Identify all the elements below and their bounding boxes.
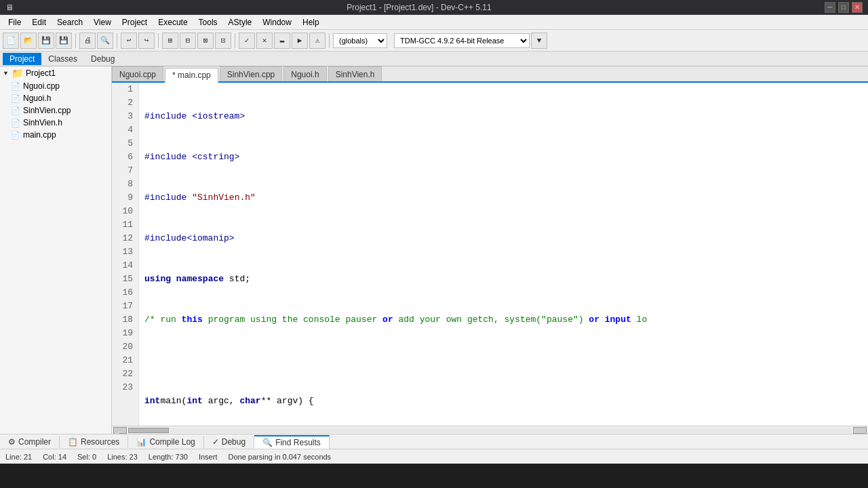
- search-btn[interactable]: 🔍: [97, 33, 113, 49]
- sidebar-file-label-3: SinhVien.cpp: [23, 106, 71, 115]
- sidebar-project-label: Project1: [26, 68, 56, 78]
- debug-button[interactable]: ⚠: [309, 33, 326, 49]
- save-all-button[interactable]: 💾: [56, 33, 72, 49]
- tab-sinhvien-cpp[interactable]: SinhVien.cpp: [220, 66, 283, 81]
- compile-log-label: Compile Log: [149, 437, 195, 447]
- bottom-tab-find-results[interactable]: 🔍 Find Results: [254, 435, 330, 449]
- line-num-17: 17: [115, 300, 133, 313]
- menu-view[interactable]: View: [88, 16, 117, 28]
- menu-tools[interactable]: Tools: [193, 16, 223, 28]
- status-bar: Line: 21 Col: 14 Sel: 0 Lines: 23 Length…: [0, 449, 868, 464]
- title-bar: 🖥 Project1 - [Project1.dev] - Dev-C++ 5.…: [0, 0, 868, 15]
- pp-3: #include "SinhVien.h": [144, 191, 256, 205]
- menu-astyle[interactable]: AStyle: [223, 16, 258, 28]
- compile-check[interactable]: ✓: [239, 33, 255, 49]
- sidebar-item-sinhvien-h[interactable]: 📄 SinhVien.h: [0, 117, 111, 129]
- code-line-4: #include<iomanip>: [144, 232, 863, 245]
- run-button[interactable]: ▶: [292, 33, 308, 49]
- tab-main-cpp[interactable]: * main.cpp: [165, 68, 218, 83]
- line-num-5: 5: [115, 137, 133, 150]
- line-num-20: 20: [115, 340, 133, 354]
- line-num-4: 4: [115, 123, 133, 137]
- line-num-3: 3: [115, 110, 133, 123]
- code-editor[interactable]: 1 2 3 4 5 6 7 8 9 10 11 12 13 14: [112, 83, 868, 426]
- tabs-container: Project Classes Debug: [0, 52, 868, 66]
- kw-namespace: namespace: [176, 272, 224, 286]
- new-button[interactable]: 📄: [3, 33, 19, 49]
- file-icon-5: 📄: [11, 131, 20, 140]
- toolbar-separator-1: [75, 33, 76, 48]
- compile-x[interactable]: ✕: [256, 33, 273, 49]
- resources-label: Resources: [81, 437, 119, 447]
- code-content[interactable]: #include <iostream> #include <cstring> #…: [139, 83, 868, 426]
- toolbar-separator-4: [235, 33, 235, 48]
- sidebar-item-sinhvien-cpp[interactable]: 📄 SinhVien.cpp: [0, 104, 111, 117]
- sidebar-item-nguoi-h[interactable]: 📄 Nguoi.h: [0, 92, 111, 104]
- sidebar-item-nguoi-cpp[interactable]: 📄 Nguoi.cpp: [0, 80, 111, 92]
- find-results-icon: 🔍: [262, 438, 273, 447]
- scope-dropdown[interactable]: (globals): [333, 33, 387, 48]
- scroll-left-btn[interactable]: ◀: [113, 427, 127, 434]
- save-button[interactable]: 💾: [38, 33, 54, 49]
- code-line-2: #include <cstring>: [144, 150, 863, 164]
- app-icon: 🖥: [5, 3, 14, 12]
- status-length: Length: 730: [149, 453, 188, 461]
- toolbar-separator-5: [329, 33, 330, 48]
- compiler-dropdown[interactable]: TDM-GCC 4.9.2 64-bit Release: [394, 33, 530, 48]
- status-sel: Sel: 0: [77, 453, 96, 461]
- tab-nguoi-h[interactable]: Nguoi.h: [283, 66, 326, 81]
- close-button[interactable]: ✕: [852, 2, 863, 13]
- kw-char1: char: [239, 394, 260, 408]
- scroll-track[interactable]: [128, 428, 852, 433]
- line-num-21: 21: [115, 354, 133, 367]
- indent2-button[interactable]: ⊠: [197, 33, 214, 49]
- scroll-thumb[interactable]: [128, 428, 169, 433]
- bottom-tab-resources[interactable]: 📋 Resources: [60, 436, 128, 448]
- minimize-button[interactable]: ─: [825, 2, 835, 13]
- menu-project[interactable]: Project: [117, 16, 153, 28]
- menu-search[interactable]: Search: [52, 16, 88, 28]
- status-line: Line: 21: [5, 453, 32, 461]
- print-button[interactable]: 🖨: [79, 33, 96, 49]
- compile-bar[interactable]: ▬: [274, 33, 290, 49]
- line-num-18: 18: [115, 313, 133, 327]
- bottom-tab-compiler[interactable]: ⚙ Compiler: [0, 436, 60, 448]
- outdent-button[interactable]: ⊟: [180, 33, 196, 49]
- redo-button[interactable]: ↪: [138, 33, 155, 49]
- horizontal-scrollbar[interactable]: ◀ ▶: [112, 426, 868, 434]
- menu-help[interactable]: Help: [297, 16, 325, 28]
- project-tab-classes[interactable]: Classes: [41, 53, 84, 65]
- tab-sinhvien-h[interactable]: SinhVien.h: [328, 66, 382, 81]
- project-folder-icon: 📁: [12, 68, 23, 79]
- bottom-tab-compile-log[interactable]: 📊 Compile Log: [128, 436, 203, 448]
- undo-button[interactable]: ↩: [121, 33, 137, 49]
- outdent2-button[interactable]: ⊡: [215, 33, 231, 49]
- scroll-right-btn[interactable]: ▶: [853, 427, 867, 434]
- line-num-19: 19: [115, 327, 133, 340]
- open-button[interactable]: 📂: [20, 33, 37, 49]
- line-num-7: 7: [115, 164, 133, 178]
- menu-window[interactable]: Window: [257, 16, 297, 28]
- sidebar-item-main-cpp[interactable]: 📄 main.cpp: [0, 129, 111, 141]
- menu-edit[interactable]: Edit: [26, 16, 52, 28]
- line-num-8: 8: [115, 178, 133, 191]
- bottom-tab-debug[interactable]: ✓ Debug: [204, 436, 254, 448]
- indent-button[interactable]: ⊞: [162, 33, 178, 49]
- line-num-10: 10: [115, 205, 133, 218]
- toolbar-separator-2: [117, 33, 117, 48]
- cmt-6: /* run this program using the console pa…: [144, 313, 647, 327]
- compiler-dropdown-btn[interactable]: ▼: [531, 33, 547, 49]
- menu-execute[interactable]: Execute: [153, 16, 193, 28]
- toolbar: 📄 📂 💾 💾 🖨 🔍 ↩ ↪ ⊞ ⊟ ⊠ ⊡ ✓ ✕ ▬ ▶ ⚠ (globa…: [0, 30, 868, 52]
- line-num-2: 2: [115, 96, 133, 110]
- menu-file[interactable]: File: [3, 16, 26, 28]
- project-tab-project[interactable]: Project: [3, 53, 41, 65]
- project-tab-debug[interactable]: Debug: [84, 53, 121, 65]
- maximize-button[interactable]: □: [838, 2, 849, 13]
- editor-scroll[interactable]: 1 2 3 4 5 6 7 8 9 10 11 12 13 14: [112, 83, 868, 426]
- find-results-label: Find Results: [275, 438, 321, 447]
- compiler-label: Compiler: [18, 437, 51, 447]
- sidebar-item-project1[interactable]: ▼ 📁 Project1: [0, 66, 111, 80]
- tab-nguoi-cpp[interactable]: Nguoi.cpp: [112, 66, 163, 81]
- pp-1: #include <iostream>: [144, 110, 245, 123]
